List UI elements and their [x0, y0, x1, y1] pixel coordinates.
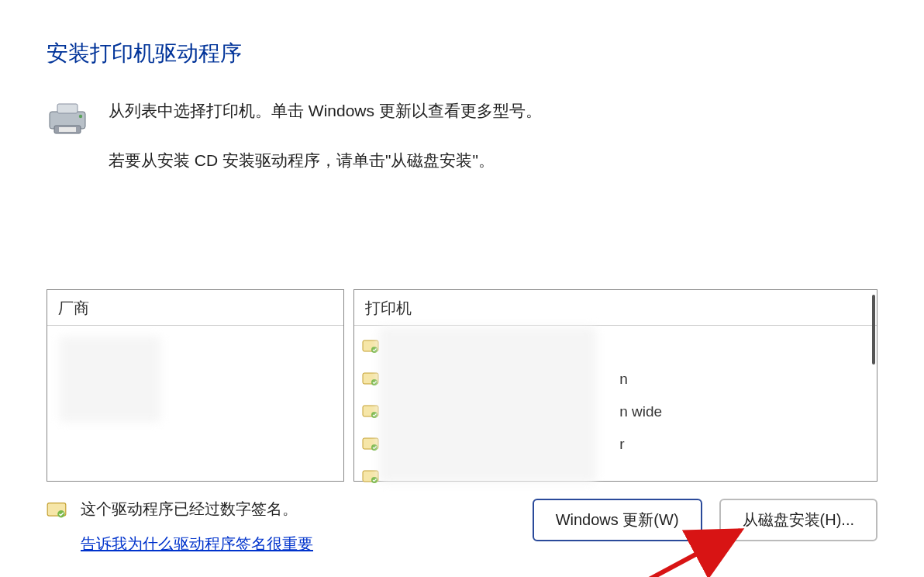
- printer-item-label: r: [619, 436, 624, 453]
- svg-point-6: [371, 347, 378, 353]
- dialog-title: 安装打印机驱动程序: [47, 39, 877, 68]
- svg-rect-3: [59, 127, 76, 132]
- manufacturer-header: 厂商: [47, 290, 343, 325]
- certificate-icon: [362, 340, 379, 354]
- signature-text: 这个驱动程序已经过数字签名。: [81, 499, 313, 520]
- printer-list[interactable]: 打印机 n n wide r: [353, 289, 877, 482]
- svg-rect-1: [57, 104, 78, 113]
- manufacturer-list[interactable]: 厂商: [47, 289, 344, 482]
- svg-point-16: [57, 510, 64, 517]
- svg-point-14: [371, 477, 378, 483]
- certificate-icon: [362, 437, 379, 451]
- printer-icon: [47, 101, 88, 136]
- printer-item-label: n: [619, 371, 628, 388]
- certificate-icon: [362, 405, 379, 419]
- instruction-block: 从列表中选择打印机。单击 Windows 更新以查看更多型号。 若要从安装 CD…: [47, 98, 877, 196]
- svg-point-4: [79, 115, 82, 118]
- printer-header: 打印机: [354, 290, 877, 325]
- svg-point-8: [371, 379, 378, 385]
- instruction-line-1: 从列表中选择打印机。单击 Windows 更新以查看更多型号。: [109, 98, 542, 124]
- windows-update-button[interactable]: Windows 更新(W): [533, 499, 702, 541]
- signature-info-link[interactable]: 告诉我为什么驱动程序签名很重要: [81, 534, 313, 555]
- certificate-icon: [362, 372, 379, 386]
- printer-item-label: n wide: [619, 403, 662, 420]
- signature-icon: [47, 502, 67, 519]
- svg-point-10: [371, 412, 378, 418]
- from-disk-button[interactable]: 从磁盘安装(H)...: [719, 499, 877, 541]
- instruction-line-2: 若要从安装 CD 安装驱动程序，请单击"从磁盘安装"。: [109, 147, 542, 174]
- svg-point-12: [371, 444, 378, 451]
- manufacturer-item-obscured[interactable]: [60, 337, 160, 422]
- printer-names-obscured: [379, 327, 596, 482]
- certificate-icon: [362, 470, 379, 484]
